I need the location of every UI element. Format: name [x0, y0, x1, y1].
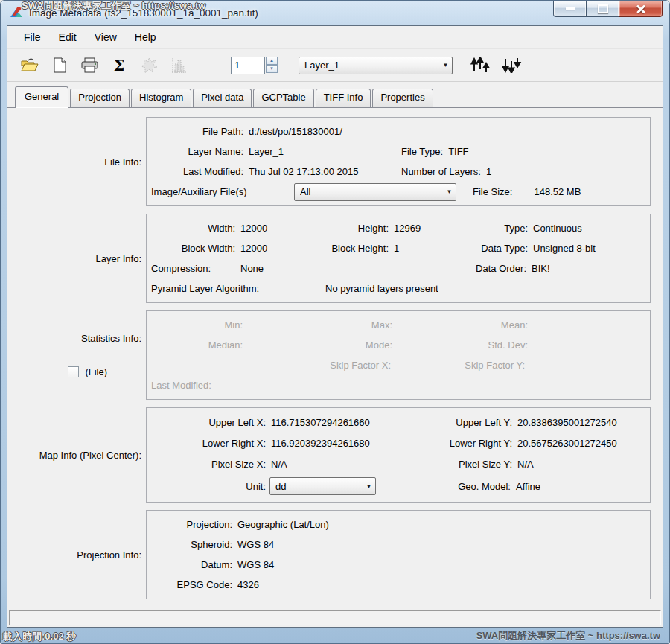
client-area: File Edit View Help — [7, 25, 663, 628]
raise-layer-button[interactable] — [468, 55, 493, 76]
file-info-section: File Info: File Path: d:/test/po/1518300… — [7, 117, 651, 206]
unit-row: Unit: dd ▼ Geo. Model: Affine — [147, 474, 650, 498]
statistics-info-label: Statistics Info: (File) — [7, 310, 146, 400]
projection-row: Projection: Geographic (Lat/Lon) — [147, 514, 650, 535]
layer-name-value: Layer_1 — [247, 146, 401, 157]
tab-pixel-data[interactable]: Pixel data — [193, 89, 252, 107]
upper-left-row: Upper Left X: 116.715307294261660 Upper … — [147, 412, 650, 433]
std-dev-label: Std. Dev: — [475, 339, 532, 351]
data-type-label: Data Type: — [471, 243, 532, 254]
up-arrows-icon — [470, 57, 491, 73]
menu-view[interactable]: View — [86, 29, 126, 45]
projection-info-group: Projection: Geographic (Lat/Lon) Spheroi… — [146, 510, 651, 599]
pixel-size-x-label: Pixel Size X: — [147, 459, 269, 470]
stats-row-3: Skip Factor X: Skip Factor Y: — [147, 355, 650, 375]
tab-general[interactable]: General — [15, 86, 68, 108]
layer-select-value: Layer_1 — [304, 60, 439, 71]
toolbar: Σ ▲ ▼ — [7, 49, 663, 82]
epsg-label: EPSG Code: — [147, 579, 236, 590]
menu-edit[interactable]: Edit — [50, 29, 86, 45]
watermark-load-time: 載入時間:0.02 秒 — [3, 630, 76, 643]
pixel-size-y-value: N/A — [516, 459, 534, 470]
dropdown-arrow-icon: ▼ — [443, 184, 456, 200]
statistics-info-group: Min: Max: Mean: Median: Mode: Std. Dev: — [146, 310, 651, 400]
skip-factor-y-label: Skip Factor Y: — [395, 360, 529, 371]
pixel-size-x-value: N/A — [269, 459, 427, 470]
menu-help[interactable]: Help — [126, 29, 165, 45]
aux-files-select[interactable]: All ▼ — [294, 183, 456, 201]
layer-info-section: Layer Info: Width: 12000 Height: 12969 T… — [7, 214, 651, 303]
spin-down-button[interactable]: ▼ — [266, 65, 278, 73]
stats-row-4: Last Modified: — [147, 375, 650, 395]
lower-right-x-label: Lower Right X: — [147, 438, 269, 449]
spheroid-row: Spheroid: WGS 84 — [147, 535, 650, 555]
file-info-group: File Path: d:/test/po/151830001/ Layer N… — [146, 117, 651, 206]
close-button[interactable] — [619, 1, 663, 17]
layer-number-input[interactable] — [231, 57, 265, 74]
datum-row: Datum: WGS 84 — [147, 555, 650, 575]
map-info-section: Map Info (Pixel Center): Upper Left X: 1… — [7, 407, 651, 503]
layer-name-row: Layer Name: Layer_1 File Type: TIFF — [147, 141, 650, 162]
menu-bar: File Edit View Help — [7, 26, 663, 49]
map-info-group: Upper Left X: 116.715307294261660 Upper … — [146, 407, 651, 503]
layer-select[interactable]: Layer_1 ▼ — [299, 57, 453, 74]
stats-row-1: Min: Max: Mean: — [147, 315, 650, 335]
app-icon — [10, 6, 24, 20]
lower-layer-button[interactable] — [499, 55, 524, 76]
file-type-value: TIFF — [447, 146, 468, 157]
spin-down-icon: ▼ — [269, 66, 274, 71]
min-label: Min: — [147, 319, 246, 331]
statistics-button[interactable]: Σ — [107, 54, 131, 77]
tab-tiff-info[interactable]: TIFF Info — [316, 89, 371, 107]
spheroid-label: Spheroid: — [147, 539, 236, 550]
upper-left-x-value: 116.715307294261660 — [269, 417, 427, 428]
skip-factor-x-label: Skip Factor X: — [147, 360, 395, 371]
last-modified-value: Thu Jul 02 17:13:00 2015 — [247, 166, 401, 177]
tab-gcptable[interactable]: GCPTable — [253, 89, 313, 107]
file-checkbox[interactable] — [68, 366, 79, 377]
open-button[interactable] — [18, 54, 42, 77]
block-height-label: Block Height: — [318, 243, 392, 254]
tab-histogram[interactable]: Histogram — [131, 89, 191, 107]
unit-select[interactable]: dd ▼ — [269, 477, 376, 495]
lower-right-y-label: Lower Right Y: — [427, 438, 516, 449]
file-checkbox-label: (File) — [85, 366, 107, 377]
new-file-button[interactable] — [48, 54, 71, 77]
layer-name-label: Layer Name: — [147, 146, 247, 157]
data-order-value: BIK! — [530, 263, 550, 274]
file-path-label: File Path: — [147, 126, 247, 137]
projection-info-section: Projection Info: Projection: Geographic … — [7, 510, 651, 599]
num-layers-value: 1 — [485, 166, 491, 177]
dimensions-row: Width: 12000 Height: 12969 Type: Continu… — [147, 218, 650, 238]
datum-value: WGS 84 — [236, 559, 274, 570]
file-info-label: File Info: — [7, 117, 146, 206]
histogram-button-disabled — [167, 54, 191, 77]
block-width-value: 12000 — [239, 243, 318, 254]
general-tab-panel: File Info: File Path: d:/test/po/1518300… — [7, 107, 663, 608]
spin-up-button[interactable]: ▲ — [266, 57, 278, 65]
width-label: Width: — [147, 223, 239, 234]
block-height-value: 1 — [392, 243, 471, 254]
stats-last-modified-label: Last Modified: — [147, 380, 211, 391]
maximize-button[interactable] — [586, 1, 619, 17]
tab-strip: General Projection Histogram Pixel data … — [7, 82, 663, 107]
tab-properties[interactable]: Properties — [372, 89, 433, 107]
minimize-button[interactable] — [553, 1, 587, 17]
dotted-star-icon — [141, 57, 157, 74]
geo-model-value: Affine — [514, 481, 540, 492]
print-button[interactable] — [77, 54, 101, 77]
compression-value: None — [239, 263, 318, 274]
file-path-row: File Path: d:/test/po/151830001/ — [147, 121, 650, 141]
pyramid-value: No pyramid layers present — [324, 283, 438, 294]
menu-file[interactable]: File — [15, 29, 50, 45]
dotted-histogram-icon — [170, 57, 187, 74]
projection-label: Projection: — [147, 519, 236, 530]
lower-right-row: Lower Right X: 116.920392394261680 Lower… — [147, 433, 650, 453]
statistics-info-section: Statistics Info: (File) Min: Max: Mean: — [7, 310, 651, 400]
aux-files-label: Image/Auxiliary File(s) — [147, 186, 294, 197]
new-document-icon — [54, 57, 66, 73]
down-arrows-icon — [502, 57, 522, 73]
projection-value: Geographic (Lat/Lon) — [236, 519, 329, 530]
datum-label: Datum: — [147, 559, 236, 570]
tab-projection[interactable]: Projection — [70, 89, 130, 107]
